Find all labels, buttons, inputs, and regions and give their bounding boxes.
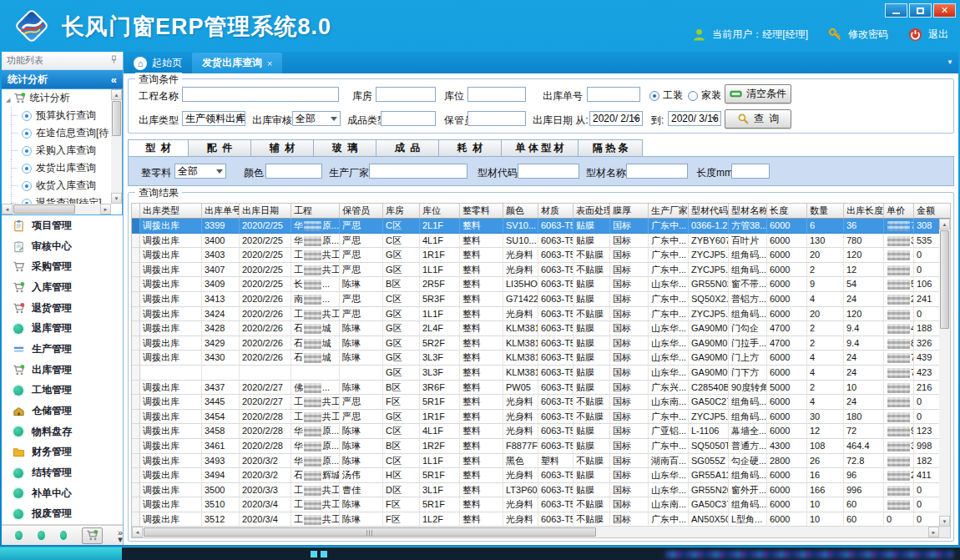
- column-header[interactable]: 型材代码: [689, 204, 729, 219]
- column-header[interactable]: 型材名称: [729, 204, 767, 219]
- profile-name-input[interactable]: [626, 164, 688, 179]
- column-header[interactable]: 膜厚: [610, 204, 649, 219]
- column-header[interactable]: 保管员: [340, 204, 383, 219]
- scroll-right-icon[interactable]: [100, 204, 111, 214]
- table-row[interactable]: 调拨出库34302020/2/26石城陈琳G区3L3F整料KLM38176063…: [132, 351, 939, 366]
- column-header[interactable]: 单价: [884, 204, 914, 219]
- material-tab[interactable]: 型 材: [128, 139, 188, 157]
- column-header[interactable]: 数量: [807, 204, 844, 219]
- tree-item[interactable]: 在途信息查询[待: [2, 124, 111, 142]
- more-button[interactable]: »▾: [118, 529, 123, 542]
- scroll-left-icon[interactable]: [132, 527, 143, 537]
- product-type-input[interactable]: [381, 111, 436, 126]
- scrollbar-thumb[interactable]: [13, 204, 75, 214]
- scrollbar-thumb[interactable]: [112, 101, 121, 136]
- date-to-picker[interactable]: 2020/ 3/16: [668, 111, 721, 126]
- scroll-down-icon[interactable]: [111, 193, 122, 204]
- sidebar-item-dot[interactable]: 物料盘存: [2, 421, 123, 442]
- tree-root-statistics[interactable]: 统计分析: [2, 89, 111, 107]
- table-row[interactable]: 调拨出库34942020/3/2石辉城汤伟H区5R1F整料光身料6063-T5贴…: [132, 468, 939, 483]
- change-password-link[interactable]: 修改密码: [848, 28, 888, 42]
- table-row[interactable]: 调拨出库34612020/2/28华原...陈琳B区1R2F整料F8877FT6…: [132, 439, 939, 454]
- scrollbar-thumb[interactable]: [940, 230, 949, 329]
- collapse-icon[interactable]: «: [111, 73, 117, 86]
- logout-link[interactable]: 退出: [928, 28, 948, 42]
- column-header[interactable]: 出库长度: [844, 204, 884, 219]
- sidebar-item-cart-red[interactable]: 退货管理: [2, 298, 123, 319]
- dot-icon[interactable]: [38, 531, 45, 540]
- sidebar-item-clipboard2[interactable]: 审核中心: [2, 236, 123, 257]
- tab-home[interactable]: 起始页: [124, 53, 192, 73]
- project-name-input[interactable]: [182, 87, 339, 102]
- sidebar-item-clipboard[interactable]: 项目管理: [2, 215, 123, 236]
- cart-button[interactable]: [82, 527, 102, 544]
- length-input[interactable]: [731, 164, 770, 179]
- table-row[interactable]: 调拨出库34132020/2/26南...严思C区5R3F整料G71422606…: [132, 292, 939, 307]
- column-header[interactable]: 表面处理: [573, 204, 610, 219]
- outbound-audit-select[interactable]: 全部: [292, 111, 341, 126]
- table-row[interactable]: 调拨出库34372020/2/27佛...陈琳B区3R6F整料PW056063-…: [132, 381, 939, 396]
- material-tab[interactable]: 耗 材: [438, 139, 501, 157]
- tree-item[interactable]: 预算执行查询: [2, 107, 111, 124]
- manufacturer-input[interactable]: [369, 164, 467, 179]
- maximize-button[interactable]: [909, 3, 932, 18]
- material-tab[interactable]: 玻 璃: [313, 139, 376, 157]
- sidebar-item-dot[interactable]: 报废管理: [2, 504, 123, 525]
- column-header[interactable]: 出库单号: [202, 204, 240, 219]
- sidebar-item-cart-green[interactable]: 出库管理: [2, 360, 123, 381]
- sidebar-item-bars[interactable]: 生产管理: [2, 339, 123, 360]
- table-row[interactable]: 调拨出库34002020/2/25华原...严思C区4L1F整料SU10...6…: [132, 234, 939, 249]
- date-from-picker[interactable]: 2020/ 2/16: [589, 111, 643, 126]
- table-row[interactable]: 调拨出库34242020/2/26工共工程严思G区1L1F整料光身料6063-T…: [132, 307, 939, 322]
- tree-item[interactable]: 退货查询[待定]: [2, 194, 111, 204]
- color-input[interactable]: [265, 164, 322, 179]
- search-button[interactable]: 查 询: [725, 109, 791, 129]
- sidebar-item-dot[interactable]: 工地管理: [2, 381, 123, 401]
- sidebar-item-folder[interactable]: 财务管理: [2, 442, 123, 463]
- table-row[interactable]: 调拨出库34032020/2/25工共工程严思G区1R1F整料光身料6063-T…: [132, 248, 939, 263]
- warehouse-input[interactable]: [376, 87, 436, 102]
- material-tab[interactable]: 配 件: [188, 139, 250, 157]
- scroll-down-icon[interactable]: [939, 516, 950, 527]
- scroll-right-icon[interactable]: [928, 527, 939, 537]
- table-row[interactable]: 调拨出库33992020/2/25华原...严思C区2L1F整料SV10...6…: [132, 219, 939, 234]
- column-header[interactable]: 长度: [767, 204, 807, 219]
- table-row[interactable]: 调拨出库34542020/2/28工共工程严思G区1R1F整料光身料6063-T…: [132, 410, 939, 425]
- table-row[interactable]: 调拨出库35102020/3/4工共工程陈琳F区5R1F整料光身料6063-T5…: [132, 497, 939, 512]
- sidebar-item-cart-green[interactable]: 入库管理: [2, 277, 123, 298]
- tab-shipment-query[interactable]: 发货出库查询 ×: [192, 53, 282, 73]
- radio-gongzhuang[interactable]: 工装: [649, 88, 683, 103]
- tree-item[interactable]: 发货出库查询: [2, 159, 111, 177]
- column-header[interactable]: 工程: [291, 204, 340, 219]
- column-header[interactable]: 整零料: [460, 204, 503, 219]
- grid-vertical-scrollbar[interactable]: [939, 219, 950, 527]
- column-header[interactable]: 库位: [420, 204, 460, 219]
- sidebar-item-dot[interactable]: 结转管理: [2, 462, 123, 483]
- dot-icon[interactable]: [15, 531, 23, 540]
- close-button[interactable]: [933, 3, 956, 18]
- sidebar-item-building[interactable]: 仓储管理: [2, 401, 123, 421]
- location-input[interactable]: [467, 87, 526, 102]
- column-header[interactable]: 颜色: [503, 204, 538, 219]
- scrollbar-thumb[interactable]: [144, 527, 596, 537]
- scroll-left-icon[interactable]: [2, 204, 13, 214]
- dot-icon[interactable]: [60, 531, 68, 540]
- material-tab[interactable]: 辅 材: [250, 139, 313, 157]
- table-row[interactable]: G区3L3F整料KLM38176063-T5贴膜国标山东华...GA90M09.…: [132, 366, 939, 381]
- column-header[interactable]: 出库日期: [240, 204, 291, 219]
- column-header[interactable]: 金额: [914, 204, 951, 219]
- tree-item[interactable]: 采购入库查询: [2, 142, 111, 159]
- tab-list-caret-icon[interactable]: [947, 58, 953, 66]
- column-header[interactable]: 库房: [383, 204, 420, 219]
- scroll-up-icon[interactable]: [111, 89, 122, 100]
- sidebar-item-cart[interactable]: 采购管理: [2, 256, 123, 277]
- column-header[interactable]: 生产厂家: [649, 204, 689, 219]
- table-row[interactable]: 调拨出库34092020/2/25长...陈琳B区2R5F整料LI35HO606…: [132, 277, 939, 292]
- table-row[interactable]: 调拨出库34072020/2/25工共工程严思G区1L1F整料光身料6063-T…: [132, 263, 939, 278]
- column-header[interactable]: 出库类型: [140, 204, 202, 219]
- sidebar-item-dot[interactable]: 补单中心: [2, 483, 123, 504]
- tree-horizontal-scrollbar[interactable]: [2, 204, 111, 214]
- table-row[interactable]: 调拨出库34292020/2/26石城陈琳G区5R2F整料KLM38176063…: [132, 336, 939, 351]
- keeper-input[interactable]: [467, 111, 526, 126]
- minimize-button[interactable]: [885, 3, 907, 18]
